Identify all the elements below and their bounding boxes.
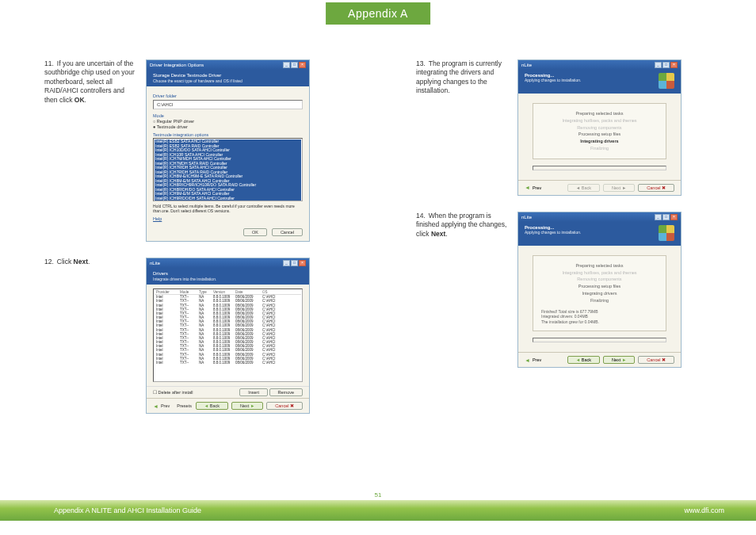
cancel-button[interactable]: Cancel ✖ [638,356,674,364]
back-button: ◄ Back [567,184,600,192]
max-icon[interactable]: □ [291,62,298,68]
min-icon[interactable]: _ [655,62,662,68]
radio-textmode[interactable]: Textmode driver [153,124,303,129]
insert-button[interactable]: Insert [239,388,268,396]
step-14-text: 14.When the program is finished applying… [416,212,510,368]
min-icon[interactable]: _ [283,62,290,68]
close-icon[interactable]: × [670,62,678,68]
dialog-title: Driver Integration Options [150,63,204,67]
progress-bar [533,338,666,342]
footer-left: Appendix A NLITE and AHCI Installation G… [54,506,201,514]
min-icon[interactable]: _ [655,214,662,220]
progress-bar [533,166,666,170]
step-13-text: 13.The program is currently integrating … [416,59,510,196]
dialog-subtitle: Storage Device Textmode Driver [153,73,303,78]
footer-bar: Appendix A NLITE and AHCI Installation G… [0,500,756,521]
back-button[interactable]: ◄ Back [196,402,228,410]
back-button[interactable]: ◄ Back [567,356,600,364]
task-list: Preparing selected tasks Integrating hot… [533,103,666,159]
step-11-text: 11.If you are uncertain of the southbrid… [44,59,138,242]
appendix-tab: Appendix A [326,2,430,25]
cancel-button[interactable]: Cancel ✖ [638,184,674,192]
cancel-button[interactable]: Cancel [272,228,303,236]
table-row[interactable]: IntelTXT--NA8.8.0.100908/06/2009C:\AHCI [155,361,301,365]
drivers-table[interactable]: ProviderModeTypeVersionDateOS IntelTXT--… [153,289,303,382]
help-link[interactable]: Help [153,216,162,221]
remove-button[interactable]: Remove [269,388,303,396]
drivers-dialog: nLite _ □ × Drivers Integrate drivers in… [146,258,310,414]
max-icon[interactable]: □ [291,260,298,266]
page-number: 51 [375,491,382,499]
step-12-text: 12.Click Next. [44,258,138,414]
next-button[interactable]: Next ► [603,356,635,364]
folder-input: C:\AHCI [153,100,303,109]
radio-regular[interactable]: Regular PNP driver [153,119,303,124]
cancel-button[interactable]: Cancel ✖ [266,402,303,410]
max-icon[interactable]: □ [662,62,670,68]
driver-integration-dialog: Driver Integration Options _ □ × Storage… [146,59,310,242]
close-icon[interactable]: × [299,62,306,68]
close-icon[interactable]: × [670,214,678,220]
processing-dialog-2: nLite _ □ × Processing... Applying chang… [517,212,682,368]
processing-dialog-1: nLite _ □ × Processing... Applying chang… [517,59,682,196]
footer-right: www.dfi.com [684,506,724,514]
task-list: Preparing selected tasks Integrating hot… [533,255,666,331]
delete-after-checkbox[interactable]: Delete after install [153,390,193,395]
controller-listbox[interactable]: Intel(R) ESB2 SATA AHCI ControllerIntel(… [153,138,303,201]
next-button: Next ► [603,184,635,192]
tools-icon [659,225,674,241]
list-item[interactable]: Intel(R) PCH SATA AHCI Controller [155,201,301,201]
max-icon[interactable]: □ [662,214,670,220]
close-icon[interactable]: × [299,260,306,266]
next-button[interactable]: Next ► [231,402,263,410]
min-icon[interactable]: _ [283,260,290,266]
ok-button[interactable]: OK [243,228,267,236]
prev-icon[interactable]: ◄ [153,403,158,409]
tools-icon [659,73,674,89]
prev-icon: ◄ [525,357,530,363]
prev-icon: ◄ [525,185,530,190]
